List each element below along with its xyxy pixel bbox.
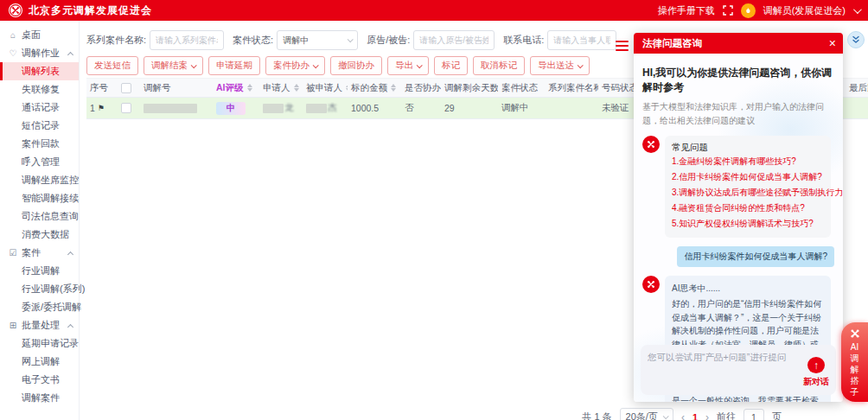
faq-link-1[interactable]: 1.金融纠纷案件调解有哪些技巧? [672, 154, 824, 169]
collapse-panel-button[interactable] [847, 31, 865, 48]
grid-square-icon: ⊞ [8, 321, 18, 330]
sidebar-item-electronic-documents[interactable]: 电子文书 [0, 371, 79, 389]
close-mediation-button[interactable]: 调解结案 [144, 56, 203, 75]
sidebar-item-sms-records[interactable]: 短信记录 [0, 117, 79, 135]
col-select [118, 83, 140, 93]
col-respondent[interactable]: 被申请人 [303, 82, 348, 94]
unmark-button[interactable]: 取消标记 [473, 56, 525, 75]
sidebar-item-desktop[interactable]: ⌂ 桌面 [0, 26, 79, 44]
faq-link-2[interactable]: 2.信用卡纠纷案件如何促成当事人调解? [672, 169, 824, 185]
chevron-down-icon [578, 62, 584, 68]
sidebar-item-industry-mediation-series[interactable]: 行业调解(系列) [0, 280, 79, 298]
goto-label: 前往 [717, 410, 736, 420]
send-sms-button[interactable]: 发送短信 [86, 56, 138, 75]
sidebar-item-smart-mediation[interactable]: 智能调解接续 [0, 189, 79, 207]
redacted-mediation-no [144, 104, 197, 113]
col-ai-rating[interactable]: AI评级 [213, 82, 259, 94]
user-menu-chevron-icon [853, 5, 862, 14]
sidebar-group-mediation-work[interactable]: ♡ 调解作业 [0, 44, 79, 62]
ai-buddy-logo-icon [849, 328, 861, 340]
faq-link-3[interactable]: 3.调解协议达成后有哪些途径赋予强制执行力? [672, 185, 824, 200]
sidebar-item-entrusted-mediation[interactable]: 委派/委托调解 [0, 298, 79, 316]
export-button[interactable]: 导出 [387, 56, 429, 75]
current-page[interactable]: 1 [692, 412, 698, 420]
case-assist-button[interactable]: 案件协办 [265, 56, 325, 75]
chevron-down-icon [313, 62, 319, 68]
faq-title: 常见问题 [672, 142, 824, 154]
bot-avatar-icon [642, 276, 660, 293]
col-last-follow: 最后跟进时间 [846, 82, 868, 94]
home-icon: ⌂ [8, 30, 18, 40]
sort-icon[interactable] [391, 84, 396, 92]
col-series-name: 系列案件名称 [545, 82, 598, 94]
faq-link-4[interactable]: 4.融资租赁合同纠纷的性质和特点? [672, 200, 824, 216]
sidebar-item-seat-monitor[interactable]: 调解坐席监控 [0, 171, 79, 189]
send-button[interactable]: ↑ [807, 357, 825, 373]
chat-body: HI,我可以为你提供法律问题咨询，供你调解时参考 基于大模型和法律知识库，对用户… [634, 54, 843, 402]
sidebar-item-mediation-list[interactable]: 调解列表 [0, 62, 79, 80]
redacted-applicant [263, 104, 284, 113]
user-avatar[interactable] [741, 3, 756, 18]
sidebar-item-case-repayment[interactable]: 案件回款 [0, 135, 79, 153]
amount-cell: 1000.5 [348, 103, 401, 113]
chevron-down-icon [663, 413, 669, 419]
status-cell: 调解中 [498, 102, 545, 114]
sidebar-item-lost-contact-repair[interactable]: 失联修复 [0, 80, 79, 99]
sidebar-item-call-records[interactable]: 通话记录 [0, 99, 79, 117]
fullscreen-icon[interactable] [723, 5, 733, 16]
case-status-select[interactable]: 调解中 [277, 30, 358, 50]
phone-input[interactable] [547, 30, 616, 50]
ai-rating-badge: 中 [216, 102, 246, 115]
sidebar-item-industry-mediation[interactable]: 行业调解 [0, 262, 79, 280]
sidebar-group-batch-processing[interactable]: ⊞ 批量处理 [0, 316, 79, 334]
ai-rating-cell: 中 [213, 102, 259, 115]
new-chat-button[interactable]: 新对话 [803, 376, 829, 388]
chat-panel-header: 法律问题咨询 × [634, 33, 843, 54]
ai-mediation-buddy-tab[interactable]: AI调解搭子 [841, 322, 868, 402]
page-unit-label: 页 [772, 410, 782, 420]
prev-page-button[interactable]: ‹ [681, 411, 685, 420]
sort-icon[interactable] [247, 84, 252, 92]
col-amount[interactable]: 标的金额 [348, 82, 401, 94]
manual-download-link[interactable]: 操作手册下载 [658, 4, 715, 17]
goto-page-input[interactable] [744, 409, 764, 420]
ai-thinking-label: AI思考中...... [672, 282, 824, 296]
sidebar-item-mediation-cases[interactable]: 调解案件 [0, 389, 79, 407]
sidebar-item-inbound-management[interactable]: 呼入管理 [0, 153, 79, 171]
sidebar-item-consumer-bigdata[interactable]: 消费大数据 [0, 226, 79, 244]
col-co-mediation: 是否协办 [401, 82, 441, 94]
faq-link-5[interactable]: 5.知识产权侵权纠纷调解话术与技巧? [672, 216, 824, 232]
mark-button[interactable]: 标记 [434, 56, 468, 75]
withdraw-assist-button[interactable]: 撤回协办 [330, 56, 382, 75]
sidebar-group-cases[interactable]: ☑ 案件 [0, 244, 79, 262]
sort-icon[interactable] [294, 84, 299, 92]
col-applicant[interactable]: 申请人 [259, 82, 303, 94]
ai-buddy-label: AI调解搭子 [849, 341, 860, 398]
sidebar-item-extension-records[interactable]: 延期申请记录 [0, 334, 79, 353]
legal-consult-panel: 法律问题咨询 × HI,我可以为你提供法律问题咨询，供你调解时参考 基于大模型和… [634, 33, 843, 402]
chat-input-card: ↑ 新对话 [641, 345, 836, 395]
co-mediation-cell: 否 [401, 102, 441, 114]
close-icon[interactable]: × [829, 37, 836, 49]
association-logo-icon [9, 3, 22, 17]
chat-input[interactable] [648, 352, 803, 362]
menu-toggle-icon[interactable] [616, 41, 629, 51]
applicant-cell: 龙 [259, 102, 303, 114]
select-all-checkbox[interactable] [121, 83, 131, 93]
page-size-select[interactable]: 20条/页 [620, 408, 673, 420]
row-checkbox[interactable] [121, 103, 131, 113]
user-menu[interactable]: 调解员(发展促进会) [763, 4, 846, 17]
apply-extension-button[interactable]: 申请延期 [208, 56, 260, 75]
checkbox-square-icon: ☑ [8, 248, 18, 258]
sidebar-item-online-mediation[interactable]: 网上调解 [0, 353, 79, 371]
sidebar-nav: ⌂ 桌面 ♡ 调解作业 调解列表 失联修复 通话记录 短信记录 案件回款 呼入管… [0, 21, 80, 420]
double-chevron-down-icon [852, 35, 860, 44]
heart-icon: ♡ [8, 48, 18, 58]
chat-welcome-subtitle: 基于大模型和法律知识库，对用户输入的法律问题，给出相关法律问题的建议 [642, 100, 834, 127]
next-page-button[interactable]: › [705, 411, 709, 420]
total-count: 共 1 条 [582, 410, 611, 420]
series-name-input[interactable] [150, 30, 224, 50]
export-delivery-button[interactable]: 导出送达 [530, 56, 590, 75]
sidebar-item-judicial-info-query[interactable]: 司法信息查询 [0, 207, 79, 226]
party-input[interactable] [413, 30, 495, 50]
